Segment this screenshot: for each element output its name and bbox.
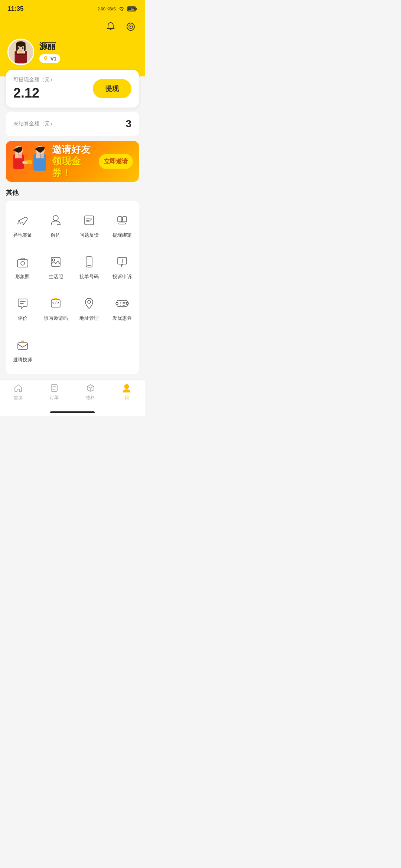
grid-label-order-number: 接单号码 [79,273,99,280]
camera-icon [14,253,31,270]
feedback-icon [81,212,98,229]
svg-rect-28 [40,154,44,158]
grid-item-invite-tech[interactable]: 邀请技师 [6,333,39,367]
svg-point-41 [52,259,55,261]
svg-rect-13 [24,45,26,51]
vip-shield-icon [42,55,49,62]
grid-item-withdraw-bind[interactable]: 提现绑定 [106,208,139,242]
scan-button[interactable] [124,20,137,33]
nav-label-profile: 我 [124,395,129,401]
grid-item-feedback[interactable]: 问题反馈 [72,208,106,242]
banner-text: 邀请好友 领现金券！ [50,144,99,179]
section-title-others: 其他 [0,188,145,201]
balance-card: 可提现金额（元） 2.12 提现 [6,70,139,108]
svg-rect-27 [36,154,40,158]
banner-figures-svg [10,144,50,179]
svg-rect-36 [123,217,127,222]
svg-point-49 [88,300,91,303]
nav-item-home[interactable]: 首页 [5,383,31,401]
svg-rect-35 [118,217,122,222]
svg-point-63 [124,384,129,389]
svg-rect-48 [51,300,60,307]
invite-code-icon [47,295,64,312]
network-speed: 2.00 KB/S [97,7,116,11]
grid-card: 异地签证 解约 问题反馈 [6,201,139,374]
invite-tech-icon [14,336,31,354]
grid-label-review: 评价 [18,315,27,322]
grid-item-cancel-contract[interactable]: 解约 [39,208,73,242]
nav-item-supplies[interactable]: 物料 [78,383,104,401]
grid-item-empty-3 [106,333,139,367]
nav-label-orders: 订单 [50,395,59,401]
profile-nav-icon [121,383,132,393]
nav-item-orders[interactable]: 订单 [41,383,67,401]
grid-item-order-number[interactable]: 接单号码 [72,250,106,284]
svg-point-15 [22,47,24,49]
scan-icon [125,22,136,32]
svg-rect-16 [15,53,26,55]
grid-label-coupon: 发优惠券 [113,315,132,322]
nav-label-home: 首页 [14,395,23,401]
svg-rect-38 [17,260,28,267]
header: 源丽 V1 [0,16,145,76]
grid-label-complaint: 投诉申诉 [113,273,132,280]
svg-rect-22 [19,154,22,158]
grid-row-3: 评价 填写邀请码 地址管理 [6,287,139,329]
invite-now-button[interactable]: 立即邀请 [99,154,133,169]
address-icon [81,295,98,312]
bell-button[interactable] [104,20,117,33]
grid-item-coupon[interactable]: 发优惠券 [106,291,139,325]
bind-icon [114,212,131,229]
withdraw-button[interactable]: 提现 [93,79,131,98]
banner-figures [10,144,50,179]
review-icon [14,295,31,312]
grid-item-empty-1 [39,333,73,367]
grid-item-empty-2 [72,333,106,367]
grid-item-profile-photo[interactable]: 形象照 [6,250,39,284]
grid-label-withdraw-bind: 提现绑定 [113,232,132,239]
grid-label-address: 地址管理 [79,315,99,322]
coupon-icon [114,295,131,312]
balance-amount: 2.12 [13,85,55,101]
profile-name: 源丽 [39,41,60,52]
svg-rect-21 [15,154,19,158]
grid-row-2: 形象照 生活照 接单号码 [6,246,139,287]
home-icon [13,383,23,393]
plane-icon [14,212,31,229]
avatar[interactable] [7,39,34,65]
grid-label-invite-code: 填写邀请码 [44,315,68,322]
grid-item-review[interactable]: 评价 [6,291,39,325]
unsettled-value: 3 [125,118,131,130]
unsettled-label: 未结算金额（元） [13,121,55,127]
banner-title-2: 领现金券！ [52,155,99,178]
grid-label-life-photo: 生活照 [49,273,63,280]
svg-rect-37 [119,223,125,224]
svg-rect-12 [16,45,18,51]
svg-text:100: 100 [129,8,134,11]
grid-item-remote-sign[interactable]: 异地签证 [6,208,39,242]
vip-level: V1 [50,56,56,62]
home-bar [50,411,95,413]
grid-label-remote-sign: 异地签证 [13,232,32,239]
status-bar: 11:35 2.00 KB/S 100 [0,0,145,16]
person-minus-icon [47,212,64,229]
svg-rect-18 [45,59,46,60]
status-icons: 2.00 KB/S 100 [97,6,137,12]
svg-point-51 [116,302,118,305]
unsettled-row: 未结算金额（元） 3 [6,112,139,136]
grid-item-invite-code[interactable]: 填写邀请码 [39,291,73,325]
grid-item-complaint[interactable]: 投诉申诉 [106,250,139,284]
invite-banner[interactable]: 邀请好友 领现金券！ 立即邀请 [6,141,139,182]
header-actions [7,20,137,33]
vip-badge: V1 [39,54,60,63]
grid-label-cancel: 解约 [51,232,61,239]
svg-rect-24 [27,160,32,164]
bottom-nav: 首页 订单 物料 我 [0,379,145,408]
grid-item-address[interactable]: 地址管理 [72,291,106,325]
svg-rect-57 [18,343,27,349]
grid-item-life-photo[interactable]: 生活照 [39,250,73,284]
vip-icon [42,55,49,62]
profile-info: 源丽 V1 [39,41,60,63]
grid-label-feedback: 问题反馈 [79,232,99,239]
nav-item-profile[interactable]: 我 [114,383,140,401]
